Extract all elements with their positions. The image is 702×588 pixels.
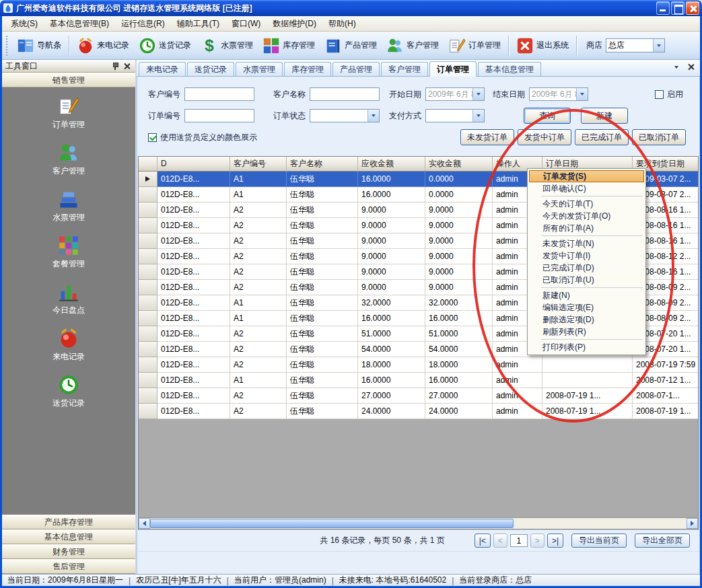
table-cell[interactable]: 012D-E8... [157, 295, 230, 311]
status-filter-button[interactable]: 已取消订单 [632, 129, 686, 145]
table-cell[interactable]: 9.0000 [358, 218, 425, 233]
column-header[interactable]: 客户名称 [287, 157, 358, 172]
table-cell[interactable]: 012D-E8... [157, 342, 230, 357]
table-cell[interactable]: 2008-07-19 1... [542, 388, 633, 404]
table-cell[interactable]: A2 [230, 326, 287, 342]
table-cell[interactable]: 0.0000 [425, 172, 493, 187]
start-date-select[interactable]: 2009年 6月 8日 [425, 87, 485, 101]
table-cell[interactable]: admin [493, 357, 542, 373]
close-button[interactable] [686, 1, 699, 15]
toolbar-button-order-pen[interactable]: 订单管理 [444, 34, 505, 57]
table-cell[interactable]: 2008-07-1... [633, 388, 699, 404]
table-cell[interactable]: 9.0000 [358, 203, 425, 218]
table-cell[interactable]: 012D-E8... [157, 264, 230, 280]
menubar-item[interactable]: 数据维护(D) [267, 16, 322, 31]
table-cell[interactable]: 18.0000 [425, 357, 493, 373]
row-header[interactable] [139, 295, 157, 311]
chevron-down-icon[interactable] [472, 110, 484, 122]
horizontal-scrollbar[interactable] [139, 517, 698, 529]
table-cell[interactable]: 012D-E8... [157, 280, 230, 295]
table-cell[interactable]: A1 [230, 311, 287, 326]
row-header[interactable] [139, 280, 157, 295]
row-header[interactable] [139, 342, 157, 357]
table-cell[interactable]: 16.0000 [358, 187, 425, 203]
row-header[interactable] [139, 388, 157, 404]
toolbar-button-product[interactable]: 产品管理 [320, 34, 382, 57]
table-cell[interactable]: 012D-E8... [157, 187, 230, 203]
table-cell[interactable]: 伍华聪 [287, 388, 358, 404]
column-header[interactable]: 客户编号 [230, 157, 287, 172]
sidebar-item[interactable]: 来电记录 [52, 328, 85, 363]
sidebar-item[interactable]: 客户管理 [52, 142, 85, 177]
end-date-select[interactable]: 2009年 6月 8日 [529, 87, 588, 101]
store-select[interactable]: 总店 [606, 38, 665, 52]
column-header[interactable]: 应收金额 [358, 157, 425, 172]
toolbar-button-navigator[interactable]: 导航条 [12, 34, 66, 57]
toolbar-button-dollar[interactable]: $水票管理 [196, 34, 258, 57]
table-row[interactable]: 012D-E8...A2伍华聪24.000024.0000admin2008-0… [139, 404, 699, 419]
delivery-color-checkbox[interactable] [148, 133, 157, 142]
tab-item[interactable]: 水票管理 [236, 62, 283, 76]
table-cell[interactable]: 24.0000 [358, 404, 425, 419]
table-cell[interactable]: 9.0000 [358, 249, 425, 264]
table-cell[interactable]: 012D-E8... [157, 172, 230, 187]
table-cell[interactable]: 2008-07-19 1... [633, 404, 699, 419]
tab-list-button[interactable] [671, 62, 681, 72]
sidebar-section[interactable]: 产品库存管理 [2, 515, 135, 529]
table-cell[interactable]: 16.0000 [358, 311, 425, 326]
table-cell[interactable]: 伍华聪 [287, 280, 358, 295]
table-cell[interactable]: 2008-07-12 1... [633, 373, 699, 388]
table-cell[interactable]: 012D-E8... [157, 388, 230, 404]
table-cell[interactable]: 9.0000 [425, 233, 493, 249]
table-cell[interactable]: 2008-07-19 1... [542, 404, 633, 419]
menubar-item[interactable]: 帮助(H) [322, 16, 362, 31]
status-filter-button[interactable]: 发货中订单 [518, 129, 571, 145]
table-cell[interactable]: A1 [230, 172, 287, 187]
context-menu-item[interactable]: 新建(N) [529, 289, 644, 301]
menubar-item[interactable]: 辅助工具(T) [171, 16, 225, 31]
table-cell[interactable]: 伍华聪 [287, 373, 358, 388]
pay-method-select[interactable] [425, 109, 485, 122]
table-cell[interactable]: 0.0000 [425, 187, 493, 203]
query-button[interactable]: 查询 [524, 108, 571, 124]
sidebar-section[interactable]: 售后管理 [2, 559, 135, 574]
row-header[interactable] [139, 233, 157, 249]
table-cell[interactable]: A2 [230, 249, 287, 264]
context-menu-item[interactable]: 今天的订单(T) [529, 198, 644, 210]
table-cell[interactable]: A1 [230, 187, 287, 203]
chevron-down-icon[interactable] [576, 88, 588, 100]
table-cell[interactable]: 16.0000 [358, 172, 425, 187]
chevron-down-icon[interactable] [472, 88, 484, 100]
row-header[interactable] [139, 373, 157, 388]
chevron-down-icon[interactable] [367, 110, 379, 122]
row-header[interactable] [139, 218, 157, 233]
table-cell[interactable] [542, 357, 633, 373]
context-menu-item[interactable]: 刷新列表(R) [529, 326, 644, 338]
sidebar-item[interactable]: 订单管理 [52, 96, 85, 131]
menubar-item[interactable]: 系统(S) [5, 16, 44, 31]
row-header[interactable] [139, 203, 157, 218]
table-cell[interactable]: 012D-E8... [157, 373, 230, 388]
table-cell[interactable]: 伍华聪 [287, 249, 358, 264]
tool-window-close-button[interactable] [122, 61, 132, 71]
toolbar-button-customer[interactable]: 客户管理 [382, 34, 444, 57]
table-cell[interactable]: 51.0000 [425, 326, 493, 342]
row-header[interactable] [139, 249, 157, 264]
context-menu-item[interactable]: 发货中订单(I) [529, 250, 644, 262]
context-menu-item[interactable]: 订单发货(S) [529, 170, 644, 182]
sidebar-section-sales[interactable]: 销售管理 [2, 73, 135, 87]
table-cell[interactable]: 16.0000 [425, 311, 493, 326]
table-cell[interactable]: 32.0000 [425, 295, 493, 311]
table-cell[interactable]: 9.0000 [425, 249, 493, 264]
tab-item[interactable]: 客户管理 [381, 62, 428, 76]
table-cell[interactable]: admin [493, 404, 542, 419]
export-current-page-button[interactable]: 导出当前页 [571, 534, 627, 548]
table-cell[interactable]: 伍华聪 [287, 218, 358, 233]
prev-page-button[interactable]: < [493, 534, 507, 548]
toolbar-button-incoming-call[interactable]: 来电记录 [72, 34, 134, 57]
context-menu-item[interactable]: 已完成订单(D) [529, 262, 644, 274]
table-cell[interactable]: 9.0000 [425, 203, 493, 218]
row-header[interactable] [139, 404, 157, 419]
table-cell[interactable]: 伍华聪 [287, 172, 358, 187]
tab-item[interactable]: 产品管理 [332, 62, 380, 76]
